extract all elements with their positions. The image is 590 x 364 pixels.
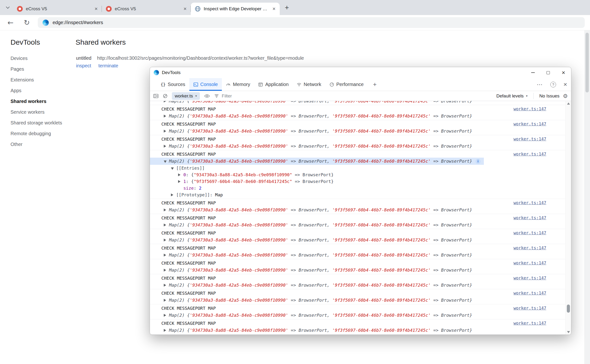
- expand-triangle-icon[interactable]: [164, 254, 166, 257]
- console-source-link[interactable]: worker.ts:147: [513, 229, 546, 236]
- live-expression-eye-icon[interactable]: [204, 94, 210, 98]
- selected-object-row[interactable]: Map(2) {'934730a3-8a88-42a5-84eb-c9e098f…: [150, 158, 484, 165]
- expand-triangle-icon[interactable]: [171, 194, 173, 196]
- minimize-button[interactable]: [525, 67, 541, 78]
- expand-triangle-icon[interactable]: [164, 329, 166, 332]
- browser-tab-2[interactable]: eCross V5 ✕: [102, 3, 191, 15]
- devtools-titlebar[interactable]: DevTools ✕: [150, 67, 571, 78]
- scroll-up-icon[interactable]: [567, 103, 570, 105]
- page-scrollbar-thumb[interactable]: [585, 33, 589, 92]
- console-message: CHECK MESSAGEPORT MAP: [161, 214, 216, 221]
- browser-tab-1[interactable]: eCross V5 ✕: [13, 3, 102, 15]
- console-entry: CHECK MESSAGEPORT MAPworker.ts:147Map(2)…: [150, 120, 565, 135]
- address-bar[interactable]: edge://inspect/#workers: [38, 17, 585, 28]
- clear-console-icon[interactable]: [163, 94, 168, 98]
- terminate-link[interactable]: terminate: [98, 63, 118, 69]
- tab-label: Network: [304, 82, 321, 87]
- sidebar-toggle-icon[interactable]: [153, 94, 159, 98]
- expand-triangle-icon[interactable]: [164, 269, 166, 272]
- console-source-link[interactable]: worker.ts:147: [513, 290, 546, 297]
- more-options-icon[interactable]: ⋯: [537, 81, 543, 88]
- console-source-link[interactable]: worker.ts:147: [513, 136, 546, 143]
- expand-triangle-icon[interactable]: [164, 224, 166, 227]
- settings-gear-icon[interactable]: ⚙: [563, 93, 568, 99]
- devtools-tab-memory[interactable]: Memory: [222, 78, 254, 91]
- sidebar-item-shared-workers[interactable]: Shared workers: [11, 96, 73, 107]
- sidebar-item-extensions[interactable]: Extensions: [11, 75, 73, 85]
- expand-triangle-icon[interactable]: [178, 180, 180, 183]
- back-icon: ←: [7, 18, 13, 27]
- console-source-link[interactable]: worker.ts:147: [513, 275, 546, 282]
- console-scrollbar[interactable]: [565, 101, 571, 335]
- console-source-link[interactable]: worker.ts:147: [513, 199, 546, 206]
- devtools-window-title: DevTools: [162, 70, 180, 75]
- levels-caret-icon: ▾: [526, 94, 528, 98]
- console-scrollbar-thumb[interactable]: [567, 305, 570, 313]
- levels-label: Default levels: [496, 93, 524, 99]
- expand-triangle-icon[interactable]: [171, 167, 174, 170]
- scroll-down-icon[interactable]: [567, 331, 570, 333]
- log-levels-dropdown[interactable]: Default levels ▾: [496, 93, 528, 99]
- devtools-tab-network[interactable]: Network: [293, 78, 325, 91]
- tab-search-button[interactable]: [2, 2, 13, 13]
- tab-label: Console: [200, 82, 218, 87]
- expand-triangle-icon[interactable]: [178, 173, 180, 176]
- issues-counter[interactable]: No Issues: [539, 93, 559, 99]
- filter-input[interactable]: [222, 93, 356, 99]
- filter-icon: [214, 94, 219, 98]
- expand-triangle-icon[interactable]: [164, 239, 166, 241]
- tab-title: eCross V5: [26, 6, 90, 12]
- console-source-link[interactable]: worker.ts:147: [513, 121, 546, 128]
- console-source-link[interactable]: worker.ts:147: [513, 106, 546, 112]
- console-entry: CHECK MESSAGEPORT MAPworker.ts:147Map(2)…: [150, 289, 565, 304]
- object-preview: Map(2) {'934730a3-8a88-42a5-84eb-c9e098f…: [169, 266, 472, 273]
- sidebar-item-devices[interactable]: Devices: [11, 53, 73, 64]
- devtools-tab-sources[interactable]: {}Sources: [157, 78, 189, 91]
- network-icon: [297, 82, 301, 87]
- close-window-button[interactable]: ✕: [556, 67, 571, 78]
- sidebar-item-service-workers[interactable]: Service workers: [11, 107, 73, 117]
- expand-triangle-icon[interactable]: [164, 299, 166, 302]
- console-source-link[interactable]: worker.ts:147: [513, 245, 546, 252]
- devtools-tab-application[interactable]: Application: [254, 78, 293, 91]
- help-icon[interactable]: ?: [550, 82, 556, 87]
- sidebar-item-apps[interactable]: Apps: [11, 85, 73, 96]
- console-entry: CHECK MESSAGEPORT MAPworker.ts:147Map(2)…: [150, 319, 565, 334]
- expand-triangle-icon[interactable]: [164, 161, 167, 163]
- console-source-link[interactable]: worker.ts:147: [513, 305, 546, 312]
- expand-triangle-icon[interactable]: [164, 284, 166, 287]
- console-source-link[interactable]: worker.ts:147: [513, 214, 546, 221]
- expand-triangle-icon[interactable]: [164, 101, 166, 103]
- reload-button[interactable]: ↻: [21, 17, 32, 28]
- close-devtools-icon[interactable]: ✕: [563, 82, 567, 87]
- tab-close-icon[interactable]: ✕: [93, 6, 99, 12]
- new-tab-button[interactable]: +: [282, 2, 292, 13]
- expand-triangle-icon[interactable]: [164, 145, 166, 148]
- tab-close-icon[interactable]: ✕: [182, 6, 188, 12]
- sidebar-item-pages[interactable]: Pages: [11, 64, 73, 75]
- console-source-link[interactable]: worker.ts:147: [513, 320, 546, 327]
- devtools-tab-performance[interactable]: Performance: [325, 78, 368, 91]
- browser-tab-3-active[interactable]: Inspect with Edge Developer Tools ✕: [191, 3, 280, 15]
- expand-triangle-icon[interactable]: [164, 130, 166, 133]
- more-tabs-button[interactable]: +: [369, 78, 380, 91]
- expand-triangle-icon[interactable]: [164, 115, 166, 117]
- execution-context-selector[interactable]: worker.ts ▾: [172, 92, 200, 100]
- maximize-button[interactable]: [541, 67, 556, 78]
- console-source-link[interactable]: worker.ts:147: [513, 151, 546, 158]
- toolbar-right: Default levels ▾ No Issues ⚙: [496, 93, 568, 99]
- expand-triangle-icon[interactable]: [164, 208, 166, 211]
- sidebar-item-remote-debugging[interactable]: Remote debugging: [11, 128, 73, 139]
- devtools-tab-console[interactable]: Console: [189, 78, 222, 91]
- console-message: CHECK MESSAGEPORT MAP: [161, 260, 216, 266]
- object-preview: Map(2) {'934730a3-8a88-42a5-84eb-c9e098f…: [169, 101, 472, 104]
- console-source-link[interactable]: worker.ts:147: [513, 260, 546, 266]
- expand-triangle-icon[interactable]: [164, 314, 166, 317]
- sidebar-item-shared-storage-worklets[interactable]: Shared storage worklets: [11, 117, 73, 128]
- sidebar-item-other[interactable]: Other: [11, 139, 73, 150]
- page-scrollbar[interactable]: [584, 30, 590, 364]
- inspect-link[interactable]: inspect: [76, 63, 91, 69]
- back-button[interactable]: ←: [5, 17, 16, 28]
- tab-close-icon[interactable]: ✕: [271, 6, 277, 12]
- info-icon[interactable]: i: [476, 159, 481, 164]
